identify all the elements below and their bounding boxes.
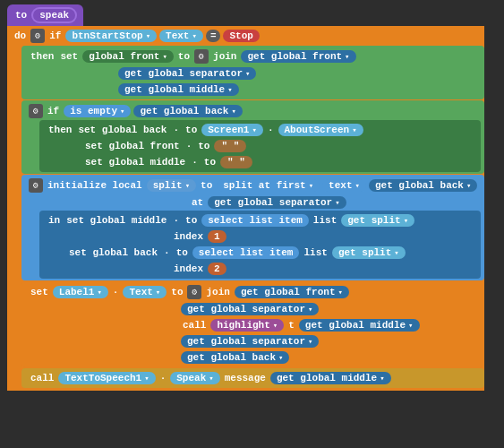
to2f-label: to [202, 156, 218, 168]
list-label1: list [312, 214, 338, 227]
event-block[interactable]: to speak [7, 4, 83, 26]
get-global-middle-label[interactable]: get global middle [299, 319, 420, 332]
then2-row1: then set global back · to Screen1 · Abou… [43, 122, 477, 138]
set-label-row5: get global back [177, 349, 481, 366]
set-label-row3: call highlight t get global middle [177, 317, 481, 333]
quote1-pill[interactable]: " " [214, 140, 246, 152]
select-list-item-pill2[interactable]: select list item [192, 246, 300, 259]
to3c-label: · [162, 246, 172, 259]
label1-to-label: to [169, 286, 184, 298]
if2-row: ⚙ if is empty get global back [25, 102, 481, 120]
get-global-middle-pill2[interactable]: get global middle [270, 372, 391, 384]
set-global-middle3-label: set global middle [64, 214, 168, 227]
set-label-row1: set Label1 · Text to ⚙ join get global f… [25, 283, 481, 301]
to1-label: to [176, 50, 192, 63]
join-label: join [211, 50, 238, 63]
split-pill[interactable]: split [147, 179, 196, 192]
get-global-middle-pill1[interactable]: get global middle [118, 83, 239, 96]
equals-operator[interactable]: = [206, 30, 221, 42]
get-global-front-pill1[interactable]: get global front [241, 50, 355, 63]
to2a-label: · [171, 124, 181, 136]
set-global-back-label: set global back [76, 124, 168, 136]
then1-label: then [29, 50, 56, 63]
then2-label: then [47, 124, 73, 136]
do-block: do ⚙ if btnStartStop Text = Stop then se… [7, 26, 484, 391]
then1-row2: get global separator [115, 65, 481, 82]
select-list-item-pill1[interactable]: select list item [201, 214, 309, 227]
in-row1: in set global middle · to select list it… [43, 212, 477, 228]
label1-join-label: join [204, 286, 231, 298]
index-label1: index [172, 230, 205, 243]
label1-get-sep[interactable]: get global separator [181, 303, 319, 315]
workspace: to speak do ⚙ if btnStartStop Text = Sto… [0, 0, 504, 448]
text-pill2[interactable]: text [322, 179, 366, 192]
index-val2[interactable]: 2 [208, 263, 226, 275]
text-dropdown[interactable]: Text [159, 30, 203, 42]
label1-get-back[interactable]: get global back [181, 351, 289, 364]
label1-pill[interactable]: Label1 [53, 286, 108, 298]
get-global-sep-pill1[interactable]: get global separator [118, 67, 256, 80]
set-label-row2: get global separator [177, 301, 481, 317]
speak-pill2[interactable]: Speak [170, 372, 219, 384]
get-global-back-pill2[interactable]: get global back [369, 179, 477, 192]
to2e-label: · [190, 156, 200, 168]
to3b-label: to [184, 214, 199, 227]
join-gear[interactable]: ⚙ [194, 49, 209, 64]
init-label: initialize local [46, 179, 144, 192]
then2-row2: set global front · to " " [43, 138, 477, 154]
get-split-pill1[interactable]: get split [341, 214, 414, 227]
highlight-pill[interactable]: highlight [210, 319, 284, 332]
at-label: at [190, 196, 205, 209]
label1-join-gear[interactable]: ⚙ [187, 285, 201, 299]
message-label: message [223, 372, 268, 384]
if-label: if [47, 30, 63, 42]
in-row2: index 1 [168, 228, 477, 245]
quote2-pill[interactable]: " " [220, 156, 252, 168]
set-label-set: set [29, 286, 50, 298]
stop-pill[interactable]: Stop [223, 30, 259, 42]
init-to-label: to [199, 179, 214, 192]
do-label: do [13, 30, 28, 42]
speak-pill[interactable]: speak [31, 7, 77, 23]
if2-gear[interactable]: ⚙ [29, 104, 43, 118]
list-label2: list [302, 246, 329, 259]
initialize-row1: ⚙ initialize local split to split at fir… [25, 177, 481, 194]
in-row3: set global back · to select list item li… [43, 245, 477, 261]
get-split-pill2[interactable]: get split [332, 246, 406, 259]
screen1-pill[interactable]: Screen1 [201, 124, 263, 136]
dot-label: · [266, 124, 276, 136]
to3d-label: to [175, 246, 190, 259]
to2b-label: to [184, 124, 199, 136]
index-label2: index [172, 263, 205, 275]
then1-row: then set global front to ⚙ join get glob… [25, 47, 481, 65]
global-front-pill1[interactable]: global front [82, 50, 174, 63]
label1-text-pill[interactable]: Text [123, 286, 167, 298]
then1-row3: get global middle [115, 82, 481, 98]
split-at-first-pill[interactable]: split at first [217, 179, 320, 192]
index-val1[interactable]: 1 [208, 230, 226, 243]
call-tts-row: call TextToSpeech1 · Speak message get g… [25, 370, 481, 386]
btn-start-stop-pill[interactable]: btnStartStop [65, 30, 157, 42]
in-label: in [47, 214, 62, 227]
get-global-back-pill1[interactable]: get global back [133, 105, 242, 117]
label1-get-front[interactable]: get global front [235, 286, 349, 298]
get-global-sep-pill2[interactable]: get global separator [208, 196, 346, 209]
is-empty-pill[interactable]: is empty [64, 105, 131, 117]
to2c-label: · [184, 140, 194, 152]
set-global-middle2-label: set global middle [83, 156, 187, 168]
call-tts-label: call [29, 372, 56, 384]
set-global-back3-label: set global back [67, 246, 159, 259]
to2d-label: to [196, 140, 211, 152]
call-highlight-label: call [181, 319, 208, 332]
to-label: to [13, 9, 29, 22]
to3a-label: · [171, 214, 181, 227]
label1-get-sep2[interactable]: get global separator [181, 335, 319, 348]
if2-label: if [46, 105, 61, 117]
init-gear[interactable]: ⚙ [29, 178, 43, 193]
about-screen-pill[interactable]: AboutScreen [278, 124, 363, 136]
tts1-pill[interactable]: TextToSpeech1 [58, 372, 155, 384]
t-label: t [286, 319, 296, 332]
dot3-label: · [158, 372, 168, 384]
gear-icon[interactable]: ⚙ [30, 29, 45, 43]
then2-row3: set global middle · to " " [43, 154, 477, 170]
